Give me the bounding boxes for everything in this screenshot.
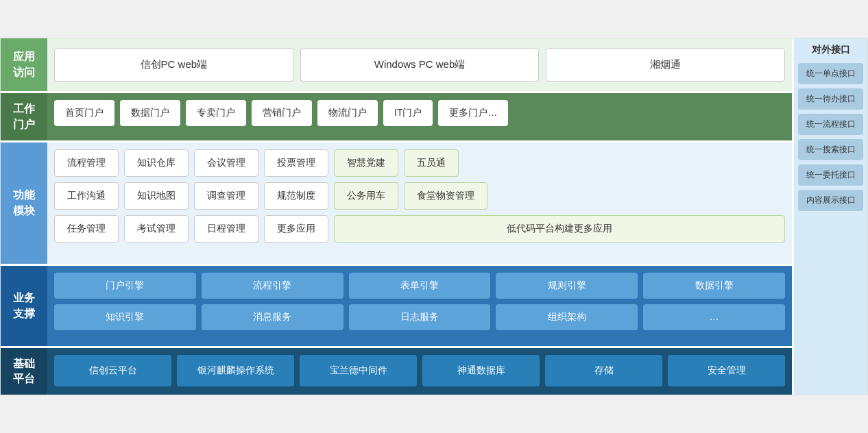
portal-item-it: IT门户 [383,100,433,126]
right-sidebar: 对外接口 统一单点接口 统一待办接口 统一流程接口 统一搜索接口 统一委托接口 … [792,38,867,395]
sidebar-item-content: 内容展示接口 [798,190,863,211]
business-row-1: 门户引擎 流程引擎 表单引擎 规则引擎 数据引擎 [54,273,785,299]
base-row: 基础 平台 信创云平台 银河麒麟操作系统 宝兰德中间件 神通数据库 存储 安全管… [1,348,792,395]
app-access-items: 信创PC web端 Windows PC web端 湘烟通 [54,45,785,84]
func-exam-mgmt: 考试管理 [124,215,189,243]
base-galaxy-os: 银河麒麟操作系统 [177,355,294,386]
func-more-apps: 更多应用 [264,215,328,243]
biz-data-engine: 数据引擎 [643,273,785,299]
biz-knowledge-engine: 知识引擎 [54,304,196,330]
function-row-1: 流程管理 知识仓库 会议管理 投票管理 智慧党建 五员通 [54,149,785,177]
func-vote-mgmt: 投票管理 [264,149,328,177]
func-task-mgmt: 任务管理 [54,215,119,243]
function-row: 功能 模块 流程管理 知识仓库 会议管理 投票管理 智慧党建 五员通 工作沟 [1,143,792,266]
app-access-item-xiangyan: 湘烟通 [546,48,785,82]
func-lowcode: 低代码平台构建更多应用 [334,215,785,243]
app-access-row: 应用 访问 信创PC web端 Windows PC web端 湘烟通 [1,38,792,93]
work-portal-body: 首页门户 数据门户 专卖门户 营销门户 物流门户 IT门户 [47,93,792,140]
func-knowledge-warehouse: 知识仓库 [124,149,189,177]
work-portal-label-text: 工作 门户 [13,101,35,132]
biz-form-engine: 表单引擎 [349,273,491,299]
business-body: 门户引擎 流程引擎 表单引擎 规则引擎 数据引擎 知识引擎 消息服务 日志服务 … [47,266,792,346]
base-body: 信创云平台 银河麒麟操作系统 宝兰德中间件 神通数据库 存储 安全管理 [47,348,792,395]
base-xinchuan-cloud: 信创云平台 [54,355,171,386]
function-grid: 流程管理 知识仓库 会议管理 投票管理 智慧党建 五员通 工作沟通 知识地图 调… [54,149,785,243]
portal-item-specialty: 专卖门户 [186,100,246,126]
portal-item-data: 数据门户 [120,100,180,126]
portal-items: 首页门户 数据门户 专卖门户 营销门户 物流门户 IT门户 [54,100,785,126]
base-label-text: 基础 平台 [13,356,35,387]
work-portal-label: 工作 门户 [1,93,47,140]
function-row-3: 任务管理 考试管理 日程管理 更多应用 低代码平台构建更多应用 [54,215,785,243]
biz-portal-engine: 门户引擎 [54,273,196,299]
func-work-comm: 工作沟通 [54,182,119,210]
sidebar-title: 对外接口 [812,44,850,56]
sidebar-item-process: 统一流程接口 [798,114,863,135]
base-label: 基础 平台 [1,348,47,395]
portal-item-more: 更多门户… [438,100,508,126]
func-canteen: 食堂物资管理 [404,182,487,210]
func-knowledge-map: 知识地图 [124,182,189,210]
function-body: 流程管理 知识仓库 会议管理 投票管理 智慧党建 五员通 工作沟通 知识地图 调… [47,143,792,264]
business-row-2: 知识引擎 消息服务 日志服务 组织架构 … [54,304,785,330]
portal-item-homepage: 首页门户 [54,100,114,126]
func-smart-party: 智慧党建 [334,149,398,177]
sidebar-item-delegate: 统一委托接口 [798,164,863,186]
function-row-2: 工作沟通 知识地图 调查管理 规范制度 公务用车 食堂物资管理 [54,182,785,210]
business-row: 业务 支撑 门户引擎 流程引擎 表单引擎 规则引擎 数据引擎 知识引擎 消息服务… [1,266,792,348]
base-baolande: 宝兰德中间件 [300,355,417,386]
business-grid: 门户引擎 流程引擎 表单引擎 规则引擎 数据引擎 知识引擎 消息服务 日志服务 … [54,273,785,330]
biz-org-structure: 组织架构 [496,304,638,330]
function-label: 功能 模块 [1,143,47,264]
func-meeting-mgmt: 会议管理 [194,149,258,177]
app-access-label-text: 应用 访问 [13,49,35,80]
app-access-item-windows: Windows PC web端 [300,48,540,82]
func-official-car: 公务用车 [334,182,398,210]
biz-log-service: 日志服务 [349,304,491,330]
func-schedule-mgmt: 日程管理 [194,215,258,243]
func-survey-mgmt: 调查管理 [194,182,258,210]
base-storage: 存储 [545,355,662,386]
base-security: 安全管理 [668,355,785,386]
func-five-staff: 五员通 [404,149,459,177]
biz-process-engine: 流程引擎 [202,273,343,299]
func-regulation: 规范制度 [264,182,328,210]
architecture-diagram: 应用 访问 信创PC web端 Windows PC web端 湘烟通 [0,38,868,395]
main-content: 应用 访问 信创PC web端 Windows PC web端 湘烟通 [1,38,792,395]
app-access-label: 应用 访问 [1,38,47,91]
business-label-text: 业务 支撑 [13,290,35,321]
base-items: 信创云平台 银河麒麟操作系统 宝兰德中间件 神通数据库 存储 安全管理 [54,355,785,386]
biz-rule-engine: 规则引擎 [496,273,638,299]
biz-more: … [643,304,785,330]
portal-item-marketing: 营销门户 [252,100,312,126]
sidebar-item-sso: 统一单点接口 [798,63,863,84]
portal-item-logistics: 物流门户 [317,100,378,126]
biz-message-service: 消息服务 [202,304,343,330]
work-portal-row: 工作 门户 首页门户 数据门户 专卖门户 营销门户 [1,93,792,143]
sidebar-item-search: 统一搜索接口 [798,139,863,160]
business-label: 业务 支撑 [1,266,47,346]
sidebar-item-pending: 统一待办接口 [798,88,863,110]
app-access-item-xinchuan: 信创PC web端 [54,48,293,82]
base-shentong-db: 神通数据库 [422,355,540,386]
func-process-mgmt: 流程管理 [54,149,119,177]
app-access-body: 信创PC web端 Windows PC web端 湘烟通 [47,38,792,91]
function-label-text: 功能 模块 [13,188,35,219]
